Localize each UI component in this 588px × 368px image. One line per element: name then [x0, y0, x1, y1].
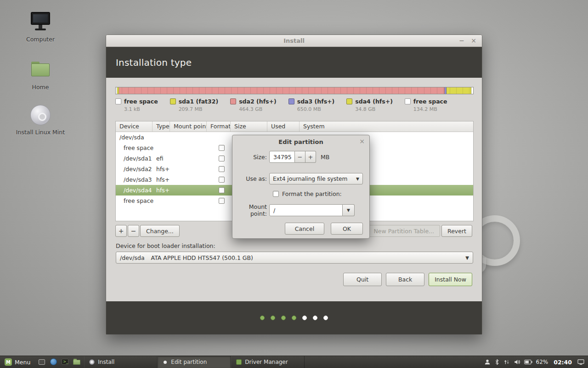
- use-as-select[interactable]: Ext4 journaling file system ▼: [269, 173, 363, 184]
- column-header-type[interactable]: Type: [153, 121, 170, 132]
- network-icon[interactable]: [503, 359, 510, 365]
- legend-item: free space 134.2 MB: [405, 98, 447, 112]
- mount-point-input[interactable]: [269, 204, 343, 216]
- close-button[interactable]: ×: [468, 35, 479, 46]
- cell-device: /dev/sda4: [116, 187, 153, 194]
- size-decrement-button[interactable]: −: [295, 151, 305, 163]
- driver-manager-task-icon: [236, 359, 242, 365]
- file-manager-icon[interactable]: [73, 358, 80, 366]
- clock[interactable]: 02:40: [552, 359, 574, 366]
- legend-label: sda2 (hfs+): [239, 98, 277, 105]
- desktop-icon-computer[interactable]: Computer: [15, 11, 66, 43]
- revert-button[interactable]: Revert: [441, 225, 472, 237]
- display-icon[interactable]: [577, 359, 584, 365]
- cell-type: efi: [153, 155, 170, 162]
- terminal-icon[interactable]: >_: [62, 358, 69, 366]
- partition-legend: free space 3.1 kB sda1 (fat32) 209.7 MB …: [115, 98, 459, 112]
- task-install[interactable]: Install: [84, 356, 158, 368]
- boot-loader-device-select[interactable]: /dev/sda ATA APPLE HDD HTS547 (500.1 GB)…: [116, 252, 473, 264]
- column-header-format[interactable]: Format?: [207, 121, 231, 132]
- column-header-system[interactable]: System: [300, 121, 473, 132]
- legend-label: sda1 (fat32): [179, 98, 219, 105]
- legend-size: 3.1 kB: [124, 106, 158, 112]
- add-partition-button[interactable]: +: [115, 225, 127, 237]
- format-checkbox[interactable]: [219, 187, 225, 193]
- table-actions: New Partition Table... Revert: [368, 225, 472, 237]
- menu-button[interactable]: M Menu: [0, 356, 35, 368]
- table-header: Device Type Mount point Format? Size Use…: [116, 121, 473, 132]
- remove-partition-button[interactable]: −: [128, 225, 139, 237]
- column-header-mount-point[interactable]: Mount point: [170, 121, 207, 132]
- page-title: Installation type: [116, 57, 192, 68]
- partition-bar-segment-sda4: [447, 87, 471, 94]
- format-checkbox[interactable]: [219, 145, 225, 151]
- legend-label: sda4 (hfs+): [355, 98, 393, 105]
- desktop-icon-install-linux-mint[interactable]: Install Linux Mint: [15, 104, 66, 136]
- task-driver-manager[interactable]: Driver Manager: [231, 356, 305, 368]
- dialog-close-icon[interactable]: ×: [359, 138, 365, 145]
- legend-size: 134.2 MB: [413, 106, 447, 112]
- format-partition-label: Format the partition:: [282, 190, 342, 197]
- size-increment-button[interactable]: +: [305, 151, 316, 163]
- format-checkbox[interactable]: [219, 155, 225, 161]
- volume-icon[interactable]: [514, 359, 520, 365]
- battery-icon[interactable]: [524, 359, 532, 365]
- legend-item: sda3 (hfs+) 650.0 MB: [288, 98, 335, 112]
- format-row: Format the partition:: [273, 190, 342, 197]
- dialog-title: Edit partition: [232, 138, 369, 145]
- bluetooth-icon[interactable]: [494, 359, 500, 365]
- format-checkbox[interactable]: [219, 166, 225, 172]
- progress-dot-todo: [302, 316, 307, 320]
- boot-loader-label: Device for boot loader installation:: [116, 242, 215, 249]
- progress-dot-done: [281, 316, 286, 320]
- task-label: Edit partition: [171, 359, 207, 365]
- chevron-down-icon: ▼: [465, 255, 469, 260]
- column-header-used[interactable]: Used: [267, 121, 300, 132]
- legend-size: 650.0 MB: [297, 106, 335, 112]
- column-header-size[interactable]: Size: [231, 121, 267, 132]
- format-checkbox[interactable]: [219, 177, 225, 183]
- cell-format: [207, 166, 231, 172]
- ok-button[interactable]: OK: [331, 223, 363, 235]
- change-partition-button[interactable]: Change...: [140, 225, 180, 237]
- partition-color-swatch: [288, 98, 294, 104]
- cell-type: hfs+: [153, 176, 170, 183]
- show-desktop-icon[interactable]: [39, 358, 46, 366]
- desktop-icon-home[interactable]: Home: [15, 59, 66, 91]
- system-tray: 62% 02:40: [484, 356, 588, 368]
- partition-bar: [115, 87, 474, 94]
- task-label: Driver Manager: [245, 359, 288, 365]
- partition-color-swatch: [405, 98, 411, 104]
- column-header-device[interactable]: Device: [116, 121, 153, 132]
- minimize-button[interactable]: −: [456, 35, 467, 46]
- cell-device: /dev/sda3: [116, 176, 153, 183]
- computer-icon: [29, 11, 51, 33]
- cell-type: hfs+: [153, 166, 170, 172]
- battery-percentage: 62%: [536, 359, 548, 365]
- dialog-task-icon: [164, 361, 167, 364]
- window-titlebar[interactable]: Install − ×: [106, 35, 482, 47]
- format-partition-checkbox[interactable]: [273, 191, 279, 197]
- task-edit-partition[interactable]: Edit partition: [158, 356, 231, 368]
- cell-type: hfs+: [153, 187, 170, 194]
- taskbar: M Menu >_ Install Edit partition Driver …: [0, 356, 588, 368]
- page-header: Installation type: [106, 47, 482, 78]
- web-browser-icon[interactable]: [50, 358, 57, 366]
- partition-color-swatch: [230, 98, 236, 104]
- mount-point-dropdown-button[interactable]: ▼: [343, 204, 355, 216]
- new-partition-table-button[interactable]: New Partition Table...: [368, 225, 440, 237]
- legend-item: free space 3.1 kB: [115, 98, 158, 112]
- cell-format: [207, 155, 231, 161]
- quit-button[interactable]: Quit: [343, 273, 382, 286]
- install-now-button[interactable]: Install Now: [429, 273, 472, 286]
- task-label: Install: [98, 359, 114, 365]
- use-as-value: Ext4 journaling file system: [273, 176, 347, 182]
- use-as-label: Use as:: [232, 175, 269, 182]
- size-input[interactable]: [269, 151, 295, 163]
- user-icon[interactable]: [484, 359, 491, 365]
- back-button[interactable]: Back: [386, 273, 424, 286]
- progress-dot-done: [292, 316, 296, 320]
- cancel-button[interactable]: Cancel: [285, 223, 324, 235]
- size-label: Size:: [232, 154, 269, 161]
- format-checkbox[interactable]: [219, 198, 225, 204]
